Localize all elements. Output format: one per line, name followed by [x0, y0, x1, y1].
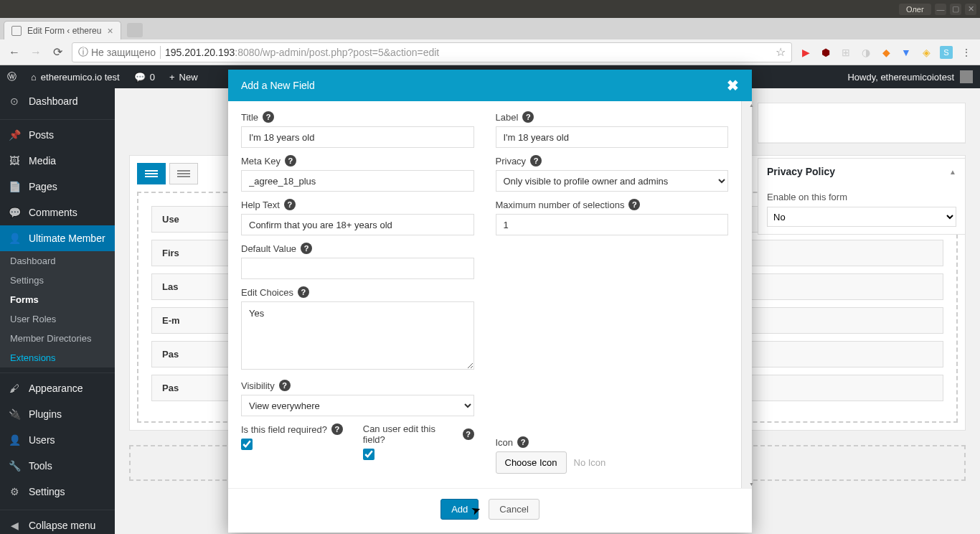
- field-maxsel-label: Maximum number of selections: [496, 200, 625, 210]
- choose-icon-button[interactable]: Choose Icon: [496, 451, 567, 474]
- field-choices-textarea[interactable]: [241, 301, 474, 370]
- modal-header: Add a New Field ✖: [228, 70, 752, 101]
- cancel-button[interactable]: Cancel: [489, 499, 539, 520]
- field-metakey-input[interactable]: [241, 170, 474, 192]
- help-icon[interactable]: ?: [530, 155, 542, 167]
- field-label-input[interactable]: [496, 126, 729, 148]
- field-required-label: Is this field required?: [241, 424, 327, 435]
- modal-body: Title? Meta Key? Help Text? Default Valu…: [228, 101, 741, 488]
- field-title-label: Title: [241, 112, 258, 123]
- help-icon[interactable]: ?: [628, 199, 640, 210]
- help-icon[interactable]: ?: [279, 380, 291, 391]
- field-choices-label: Edit Choices: [241, 287, 293, 298]
- field-metakey-label: Meta Key: [241, 156, 281, 167]
- help-icon[interactable]: ?: [284, 199, 296, 210]
- field-help-input[interactable]: [241, 214, 474, 235]
- modal-title: Add a New Field: [241, 80, 315, 91]
- field-visibility-select[interactable]: View everywhere: [241, 395, 474, 416]
- add-field-modal: Add a New Field ✖ Title? Meta Key? Help …: [228, 70, 752, 533]
- scroll-down-icon[interactable]: ▼: [749, 482, 754, 487]
- help-icon[interactable]: ?: [522, 111, 534, 123]
- help-icon[interactable]: ?: [285, 155, 296, 167]
- field-help-label: Help Text: [241, 200, 280, 210]
- no-icon-text: No Icon: [574, 457, 606, 468]
- field-visibility-label: Visibility: [241, 380, 275, 391]
- field-privacy-label: Privacy: [496, 156, 527, 167]
- field-editable-label: Can user edit this field?: [363, 423, 458, 445]
- field-default-input[interactable]: [241, 258, 474, 279]
- field-default-label: Default Value: [241, 243, 296, 254]
- field-title-input[interactable]: [241, 126, 474, 148]
- field-icon-label: Icon: [496, 437, 514, 448]
- help-icon[interactable]: ?: [263, 111, 274, 123]
- help-icon[interactable]: ?: [298, 286, 309, 298]
- field-editable-checkbox[interactable]: [363, 449, 374, 460]
- modal-scrollbar[interactable]: ▲ ▼: [741, 101, 752, 488]
- help-icon[interactable]: ?: [517, 436, 529, 448]
- add-button[interactable]: Add: [440, 499, 479, 520]
- modal-footer: Add Cancel: [228, 488, 752, 533]
- modal-close-icon[interactable]: ✖: [727, 77, 739, 94]
- field-required-checkbox[interactable]: [241, 439, 253, 450]
- help-icon[interactable]: ?: [301, 243, 312, 254]
- help-icon[interactable]: ?: [463, 428, 474, 440]
- scroll-up-icon[interactable]: ▲: [749, 103, 754, 108]
- field-label-label: Label: [496, 112, 519, 123]
- help-icon[interactable]: ?: [331, 423, 343, 435]
- modal-backdrop: Add a New Field ✖ Title? Meta Key? Help …: [0, 0, 980, 534]
- field-privacy-select[interactable]: Only visible to profile owner and admins: [496, 170, 729, 192]
- field-maxsel-input[interactable]: [496, 214, 729, 235]
